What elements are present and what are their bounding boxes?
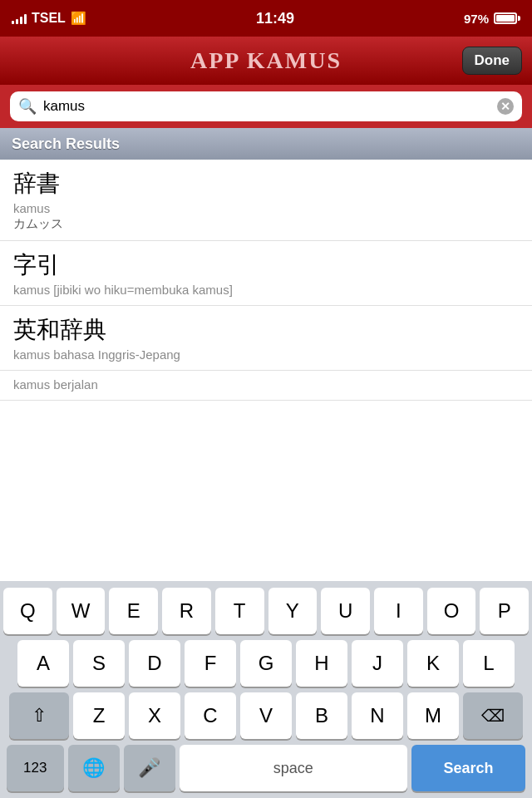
result-kana-1: カムッス [13,216,519,232]
keyboard-bottom-row: 123 🌐 🎤 space Search [3,745,529,791]
result-kanji-3: 英和辞典 [13,314,519,346]
key-E[interactable]: E [109,588,158,634]
results-header: Search Results [0,128,532,160]
key-T[interactable]: T [215,588,264,634]
key-H[interactable]: H [296,640,347,687]
key-R[interactable]: R [162,588,211,634]
key-P[interactable]: P [480,588,529,634]
key-Z[interactable]: Z [73,692,125,739]
result-item-2[interactable]: 字引 kamus [jibiki wo hiku=membuka kamus] [0,241,532,306]
status-bar: TSEL 📶 11:49 97% [0,0,532,37]
space-key[interactable]: space [180,745,407,791]
search-clear-button[interactable]: ✕ [497,98,514,115]
keyboard: Q W E R T Y U I O P A S D F G H J K L ⇧ … [0,581,532,798]
key-V[interactable]: V [240,692,292,739]
key-O[interactable]: O [427,588,476,634]
backspace-key[interactable]: ⌫ [463,692,523,739]
keyboard-row-1: Q W E R T Y U I O P [3,588,529,634]
key-Y[interactable]: Y [268,588,318,634]
key-M[interactable]: M [407,692,459,739]
result-romaji-2: kamus [jibiki wo hiku=membuka kamus] [13,283,519,297]
key-F[interactable]: F [185,640,236,687]
key-S[interactable]: S [73,640,125,687]
key-J[interactable]: J [352,640,403,687]
result-kanji-2: 字引 [13,249,519,281]
mic-key[interactable]: 🎤 [124,745,175,791]
search-input-container[interactable]: 🔍 ✕ [10,91,522,121]
key-L[interactable]: L [463,640,515,687]
key-G[interactable]: G [240,640,292,687]
search-magnifier-icon: 🔍 [18,97,37,116]
battery-icon [494,12,520,24]
key-N[interactable]: N [352,692,403,739]
key-W[interactable]: W [57,588,106,634]
carrier-label: TSEL [32,11,66,26]
result-item-4[interactable]: kamus berjalan [0,371,532,401]
search-bar: 🔍 ✕ [0,85,532,128]
wifi-icon: 📶 [71,11,86,26]
status-right: 97% [464,12,520,26]
globe-key[interactable]: 🌐 [68,745,120,791]
search-input[interactable] [43,98,490,115]
key-D[interactable]: D [129,640,180,687]
numbers-key[interactable]: 123 [7,745,64,791]
done-button[interactable]: Done [462,47,523,75]
app-header: APP KAMUS Done [0,37,532,85]
result-romaji-3: kamus bahasa Inggris-Jepang [13,347,519,362]
result-item-3[interactable]: 英和辞典 kamus bahasa Inggris-Jepang [0,306,532,371]
key-A[interactable]: A [17,640,69,687]
key-B[interactable]: B [296,692,347,739]
search-key[interactable]: Search [411,745,525,791]
results-list: 辞書 kamus カムッス 字引 kamus [jibiki wo hiku=m… [0,160,532,401]
results-header-label: Search Results [12,135,120,153]
key-U[interactable]: U [321,588,370,634]
battery-percent: 97% [464,12,489,26]
status-left: TSEL 📶 [12,11,86,26]
result-kanji-1: 辞書 [13,168,519,200]
key-C[interactable]: C [185,692,236,739]
result-item-1[interactable]: 辞書 kamus カムッス [0,160,532,241]
key-I[interactable]: I [374,588,423,634]
result-romaji-1: kamus [13,201,519,215]
status-time: 11:49 [256,10,294,27]
key-Q[interactable]: Q [3,588,52,634]
shift-key[interactable]: ⇧ [9,692,69,739]
signal-bars-icon [12,12,27,24]
result-romaji-4: kamus berjalan [13,377,519,392]
key-K[interactable]: K [407,640,459,687]
keyboard-row-2: A S D F G H J K L [3,640,529,687]
app-title: APP KAMUS [190,47,342,74]
keyboard-row-3: ⇧ Z X C V B N M ⌫ [3,692,529,739]
key-X[interactable]: X [129,692,180,739]
